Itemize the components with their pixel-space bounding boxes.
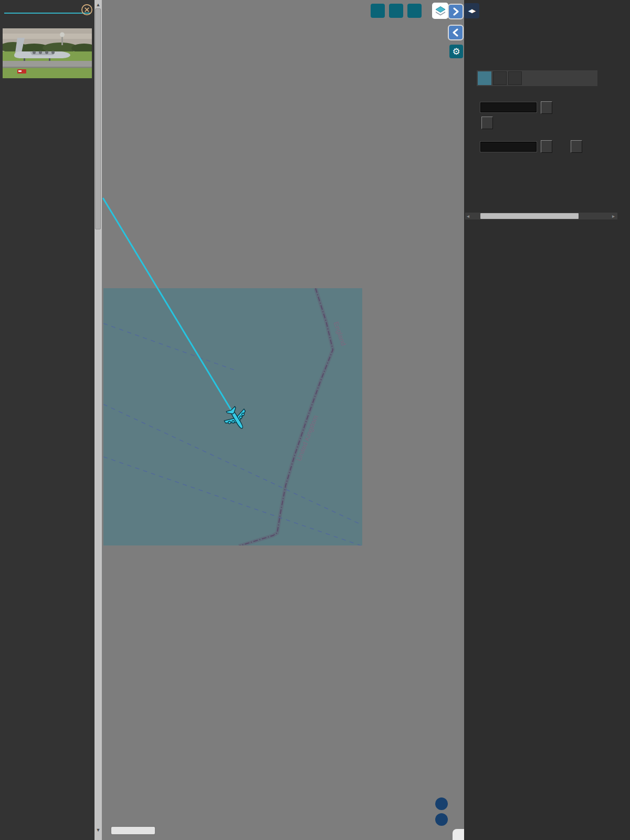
map-button-t[interactable]: [407, 4, 422, 18]
jump-input[interactable]: [480, 142, 537, 152]
panel-toggle-button[interactable]: ◀▶: [464, 3, 479, 18]
scroll-up-icon[interactable]: ▲: [94, 1, 102, 8]
scroll-right-icon[interactable]: ▸: [612, 213, 615, 219]
clear-search-button[interactable]: [481, 117, 493, 129]
sidebar-scrollbar[interactable]: ▲ ▼: [94, 0, 102, 840]
settings-button[interactable]: ⚙: [449, 45, 463, 58]
search-button[interactable]: [541, 101, 552, 114]
zoom-out-button[interactable]: [435, 813, 448, 826]
map-tile: England United Kingdom: [103, 288, 362, 545]
aircraft-info-sidebar: [0, 0, 94, 840]
clear-jump-button[interactable]: [571, 140, 582, 153]
panel-tabs: [477, 70, 597, 86]
tab-search[interactable]: [478, 71, 491, 85]
control-panel: ◀▶: [464, 0, 630, 840]
chevron-left-icon: [452, 28, 460, 37]
scroll-down-icon[interactable]: ▼: [94, 826, 102, 834]
scroll-left-icon[interactable]: ◂: [467, 213, 469, 219]
tar1090-app: ▲ ▼ England United Kingdom: [0, 0, 630, 840]
layers-icon: [434, 5, 447, 17]
tab-filters[interactable]: [493, 71, 507, 85]
dashed-boundary-lines: [103, 323, 362, 545]
england-label: England: [332, 321, 348, 347]
map-attribution: [453, 829, 464, 840]
hex-row: [4, 2, 90, 10]
accent-divider: [4, 13, 90, 14]
sidebar-header: [0, 0, 94, 14]
chevron-right-icon: [452, 7, 460, 16]
tab-columns[interactable]: [508, 71, 522, 85]
aircraft-table: [477, 158, 630, 160]
map-area[interactable]: England United Kingdom: [102, 0, 464, 840]
map-scale: [110, 826, 156, 835]
scrollbar-thumb[interactable]: [95, 8, 101, 229]
gear-icon: ⚙: [452, 46, 460, 57]
aircraft-photo-image: [3, 28, 92, 78]
search-input[interactable]: [480, 102, 537, 112]
map-button-u[interactable]: [371, 4, 385, 18]
h-scrollbar-thumb[interactable]: [480, 213, 579, 219]
jump-button[interactable]: [541, 140, 552, 153]
aircraft-photo[interactable]: [3, 28, 92, 78]
zoom-in-button[interactable]: [435, 797, 448, 810]
layers-button[interactable]: [432, 3, 448, 19]
sidebar-expand-button[interactable]: [448, 4, 464, 19]
close-icon[interactable]: [81, 4, 93, 16]
left-right-arrows-icon: ◀▶: [468, 8, 475, 14]
table-horizontal-scrollbar[interactable]: ◂ ▸: [465, 213, 617, 219]
sidebar-collapse-button[interactable]: [448, 25, 464, 40]
map-button-h[interactable]: [389, 4, 403, 18]
